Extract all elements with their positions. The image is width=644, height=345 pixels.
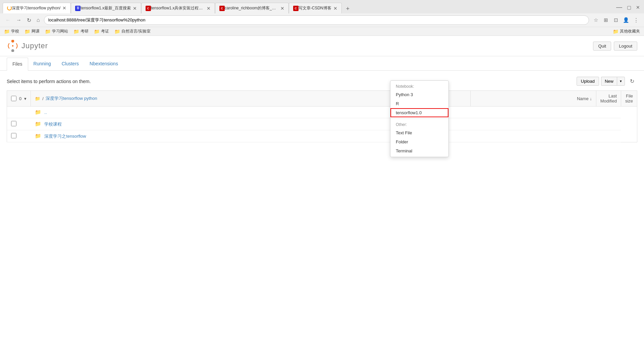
folder-icon: 📁	[35, 133, 41, 139]
new-tab-button[interactable]: +	[343, 4, 353, 13]
breadcrumb-sep: /	[42, 96, 44, 101]
dropdown-terminal[interactable]: Terminal	[390, 146, 448, 155]
folder-icon: 📁	[35, 121, 41, 127]
tab-jupyter[interactable]: 深度学习tensorflow python/ ✕	[3, 3, 71, 13]
tab-clusters[interactable]: Clusters	[56, 58, 84, 70]
bookmark-label: 学习网站	[52, 28, 68, 34]
dropdown-python3[interactable]: Python 3	[390, 90, 448, 99]
file-row-checkbox[interactable]	[11, 121, 16, 126]
tab-csdn2-close[interactable]: ✕	[280, 6, 284, 11]
address-input[interactable]	[44, 15, 589, 25]
tab-baidu-close[interactable]: ✕	[133, 6, 137, 11]
bookmark-label: 考证	[101, 28, 109, 34]
tab-files[interactable]: Files	[7, 58, 28, 71]
tab-jupyter-close[interactable]: ✕	[62, 5, 66, 11]
bookmark-xuexiao[interactable]: 📁 学校	[4, 28, 19, 34]
extensions-icon[interactable]: ⊡	[612, 16, 620, 24]
file-row-size	[596, 130, 621, 142]
folder-icon: 📁	[94, 29, 100, 34]
jupyter-logo-text: Jupyter	[21, 42, 48, 50]
column-header-size: File size	[621, 91, 637, 107]
jupyter-page: Jupyter Quit Logout Files Running Cluste…	[0, 36, 644, 304]
file-row-checkbox-cell	[7, 118, 31, 130]
dropdown-folder[interactable]: Folder	[390, 137, 448, 146]
tab-baidu-favicon: 百	[75, 6, 80, 11]
bookmark-kaoyan[interactable]: 📁 考研	[73, 28, 89, 34]
dropdown-other-label: Other:	[390, 120, 448, 128]
tab-nbextensions[interactable]: Nbextensions	[84, 58, 123, 70]
item-count-display: 0	[19, 96, 21, 101]
folder-icon: 📁	[114, 29, 120, 34]
breadcrumb-path[interactable]: 深度学习tensorflow python	[46, 95, 97, 101]
folder-icon: 📁	[35, 109, 41, 115]
file-folder2-link[interactable]: 深度学习之tensorflow	[44, 134, 86, 139]
tab-loading-spinner	[7, 6, 12, 10]
home-button[interactable]: ⌂	[35, 16, 41, 24]
toolbar-right: Upload New ▾ ↻	[577, 76, 637, 86]
tab-csdn2-label: caroline_richboom的博客_CSDN...	[225, 5, 278, 11]
tab-baidu[interactable]: 百 tensorflow1.x最新_百度搜索 ✕	[71, 3, 141, 13]
tab-csdn1-close[interactable]: ✕	[207, 6, 211, 11]
tab-csdn3[interactable]: C 写文章-CSDN博客 ✕	[289, 3, 342, 13]
jupyter-content: Select items to perform actions on them.…	[0, 71, 644, 148]
bookmarks-bar: 📁 学校 📁 网课 📁 学习网站 📁 考研 📁 考证 📁 自然语言/实验室 📁 …	[0, 27, 644, 36]
bookmark-manager-icon[interactable]: ⊞	[602, 16, 610, 24]
bookmark-kaocheng[interactable]: 📁 考证	[94, 28, 109, 34]
file-row-checkbox[interactable]	[11, 133, 16, 138]
file-parent-link[interactable]: ..	[44, 110, 47, 115]
tab-csdn1-favicon: C	[146, 6, 151, 11]
column-header-name-sort[interactable]: Name ↓	[471, 91, 596, 107]
close-window-button[interactable]: ✕	[635, 3, 641, 11]
tab-bar: 深度学习tensorflow python/ ✕ 百 tensorflow1.x…	[0, 0, 644, 13]
file-row-checkbox-cell	[7, 130, 31, 142]
tab-csdn1[interactable]: C tensorflow1.x具体安装过程_xgx... ✕	[141, 3, 215, 13]
back-button[interactable]: ←	[4, 16, 12, 24]
menu-icon[interactable]: ⋮	[632, 16, 640, 24]
quit-button[interactable]: Quit	[593, 42, 611, 51]
file-row-modified	[471, 107, 596, 118]
new-dropdown-menu: Notebook: Python 3 R tensorflow1.0 Other…	[390, 80, 449, 157]
dropdown-tensorflow[interactable]: tensorflow1.0	[390, 108, 448, 117]
new-button-main[interactable]: New	[601, 77, 617, 86]
bookmark-ziranyanyu[interactable]: 📁 自然语言/实验室	[114, 28, 151, 34]
new-button-group: New ▾	[601, 77, 625, 86]
tab-csdn1-label: tensorflow1.x具体安装过程_xgx...	[151, 5, 205, 11]
jupyter-logo: Jupyter	[7, 40, 48, 52]
new-button-caret[interactable]: ▾	[617, 77, 625, 86]
tab-csdn3-close[interactable]: ✕	[333, 6, 337, 11]
bookmark-xuexiwangzhan[interactable]: 📁 学习网站	[45, 28, 68, 34]
tab-running[interactable]: Running	[28, 58, 56, 70]
maximize-button[interactable]: ▢	[626, 3, 633, 11]
select-all-checkbox[interactable]	[11, 96, 16, 101]
profile-icon[interactable]: 👤	[622, 16, 630, 24]
file-folder1-link[interactable]: 学校课程	[44, 122, 62, 127]
file-row-parent: 📁 ..	[7, 107, 637, 118]
folder-icon: 📁	[613, 29, 619, 34]
bookmark-star-icon[interactable]: ☆	[592, 16, 600, 24]
tab-csdn2[interactable]: C caroline_richboom的博客_CSDN... ✕	[215, 3, 289, 13]
item-count-caret[interactable]: ▾	[24, 96, 26, 101]
dropdown-r[interactable]: R	[390, 99, 448, 108]
refresh-files-button[interactable]: ↻	[627, 76, 637, 86]
logout-button[interactable]: Logout	[614, 42, 637, 51]
bookmark-label: 自然语言/实验室	[121, 28, 151, 34]
browser-chrome: 深度学习tensorflow python/ ✕ 百 tensorflow1.x…	[0, 0, 644, 36]
address-bar-row: ← → ↻ ⌂ ☆ ⊞ ⊡ 👤 ⋮	[0, 13, 644, 27]
bookmark-label: 学校	[11, 28, 19, 34]
refresh-button[interactable]: ↻	[25, 16, 33, 25]
forward-button[interactable]: →	[15, 16, 23, 24]
browser-toolbar-icons: ☆ ⊞ ⊡ 👤 ⋮	[592, 16, 640, 24]
bookmark-wangke[interactable]: 📁 网课	[24, 28, 40, 34]
upload-button[interactable]: Upload	[577, 77, 599, 86]
breadcrumb-folder-icon: 📁	[35, 96, 40, 101]
file-table: 0 ▾ 📁 / 深度学习tensorflow python Name ↓	[7, 90, 637, 142]
dropdown-textfile[interactable]: Text File	[390, 128, 448, 137]
tab-csdn2-favicon: C	[219, 6, 225, 11]
header-checkbox-cell: 0 ▾	[7, 91, 31, 107]
bookmark-other[interactable]: 📁 其他收藏夹	[613, 28, 640, 34]
file-row-modified	[471, 130, 596, 142]
folder-icon: 📁	[24, 29, 30, 34]
folder-icon: 📁	[4, 29, 10, 34]
file-table-header: 0 ▾ 📁 / 深度学习tensorflow python Name ↓	[7, 91, 637, 107]
minimize-button[interactable]: —	[615, 2, 624, 12]
